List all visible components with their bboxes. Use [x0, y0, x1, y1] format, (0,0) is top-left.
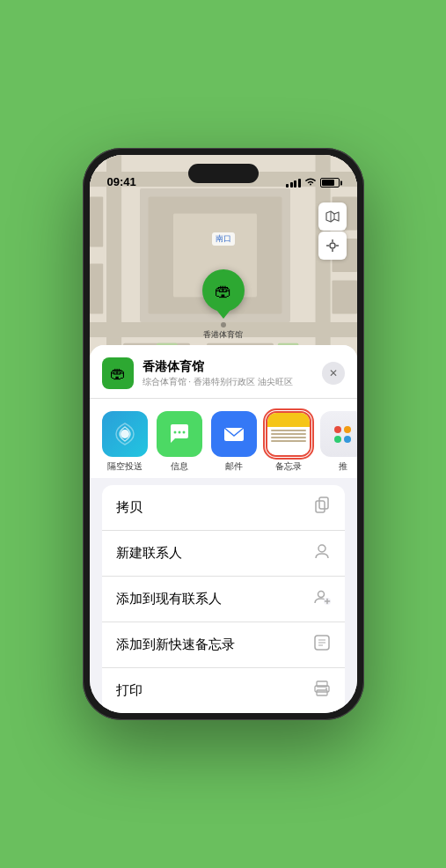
action-add-existing[interactable]: 添加到现有联系人 — [102, 577, 345, 622]
venue-info: 香港体育馆 综合体育馆 · 香港特别行政区 油尖旺区 — [143, 359, 313, 388]
svg-point-19 — [330, 243, 335, 248]
action-print-label: 打印 — [116, 682, 143, 699]
quick-note-icon — [313, 634, 331, 656]
airdrop-icon — [102, 411, 148, 457]
svg-point-25 — [173, 431, 176, 434]
svg-point-27 — [182, 431, 185, 434]
status-time: 09:41 — [107, 175, 136, 188]
action-copy-label: 拷贝 — [116, 499, 143, 516]
svg-point-31 — [318, 545, 325, 552]
bottom-sheet: 🏟 香港体育馆 综合体育馆 · 香港特别行政区 油尖旺区 ✕ — [90, 345, 357, 713]
sheet-header: 🏟 香港体育馆 综合体育馆 · 香港特别行政区 油尖旺区 ✕ — [90, 345, 357, 399]
share-more[interactable]: 推 — [320, 411, 357, 473]
action-quick-note-label: 添加到新快速备忘录 — [116, 636, 235, 653]
pin-label: 香港体育馆 — [203, 329, 243, 341]
svg-point-32 — [318, 592, 324, 598]
print-icon — [313, 680, 331, 702]
svg-point-26 — [178, 431, 180, 434]
share-messages[interactable]: 信息 — [157, 411, 202, 473]
action-quick-note[interactable]: 添加到新快速备忘录 — [102, 622, 345, 668]
battery-icon — [320, 178, 340, 188]
venue-subtitle: 综合体育馆 · 香港特别行政区 油尖旺区 — [143, 376, 313, 388]
svg-rect-9 — [90, 264, 103, 314]
airdrop-label: 隔空投送 — [107, 460, 143, 473]
action-new-contact-label: 新建联系人 — [116, 545, 182, 562]
copy-icon — [313, 497, 331, 519]
notes-icon — [266, 411, 311, 457]
pin-icon: 🏟 — [202, 269, 245, 312]
pin-shadow — [221, 322, 226, 327]
svg-point-43 — [325, 688, 327, 690]
wifi-icon — [304, 177, 317, 188]
more-label: 推 — [339, 460, 347, 473]
svg-point-24 — [121, 430, 129, 438]
messages-label: 信息 — [171, 460, 188, 473]
action-print[interactable]: 打印 — [102, 668, 345, 713]
svg-rect-41 — [317, 690, 327, 695]
action-list: 拷贝 新建联系人 — [102, 485, 345, 713]
svg-rect-8 — [90, 197, 103, 247]
signal-icon — [286, 179, 301, 188]
action-add-existing-label: 添加到现有联系人 — [116, 591, 222, 607]
venue-name: 香港体育馆 — [143, 359, 313, 375]
share-notes[interactable]: 备忘录 — [266, 411, 311, 473]
phone-screen: 09:41 — [90, 155, 357, 713]
notes-label: 备忘录 — [275, 460, 302, 473]
share-items-list: 隔空投送 信息 — [102, 411, 345, 473]
action-new-contact[interactable]: 新建联系人 — [102, 531, 345, 577]
svg-rect-29 — [319, 497, 328, 509]
location-button[interactable] — [318, 232, 347, 260]
map-type-button[interactable] — [318, 202, 347, 231]
dynamic-island — [188, 164, 259, 183]
svg-rect-30 — [316, 501, 325, 512]
share-airdrop[interactable]: 隔空投送 — [102, 411, 148, 473]
map-entrance-label: 南口 — [212, 232, 235, 246]
venue-icon: 🏟 — [102, 357, 134, 389]
svg-rect-12 — [332, 281, 357, 314]
new-contact-icon — [313, 542, 331, 564]
add-existing-icon — [313, 588, 331, 610]
more-icon — [320, 411, 357, 457]
map-controls — [318, 202, 347, 260]
action-copy[interactable]: 拷贝 — [102, 485, 345, 531]
mail-icon — [211, 411, 257, 457]
share-row: 隔空投送 信息 — [90, 399, 357, 478]
location-pin: 🏟 香港体育馆 — [202, 269, 245, 341]
messages-icon — [157, 411, 202, 457]
status-icons — [286, 177, 340, 188]
phone-frame: 09:41 — [83, 148, 364, 720]
mail-label: 邮件 — [225, 460, 243, 473]
share-mail[interactable]: 邮件 — [211, 411, 257, 473]
close-button[interactable]: ✕ — [322, 362, 345, 385]
